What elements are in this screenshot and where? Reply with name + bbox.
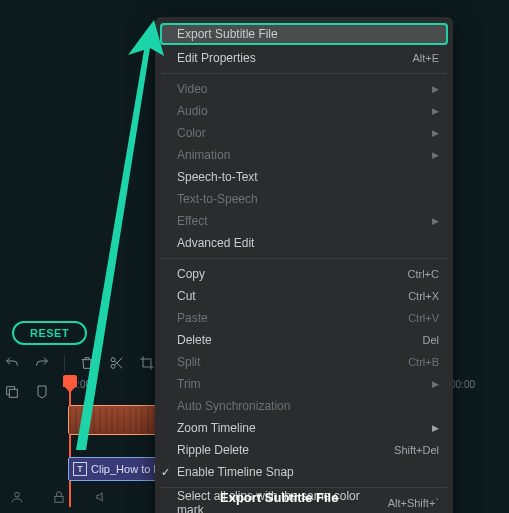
lock-icon[interactable] — [52, 490, 66, 507]
menu-item-animation: Animation▶ — [155, 144, 453, 166]
person-icon[interactable] — [10, 490, 24, 507]
timeline-toolbar-2 — [4, 384, 50, 403]
menu-shortcut: Alt+Shift+` — [388, 497, 439, 509]
chevron-right-icon: ▶ — [432, 379, 439, 389]
scissors-icon[interactable] — [109, 355, 125, 371]
bottom-bar — [0, 490, 108, 507]
menu-label: Delete — [177, 333, 422, 347]
svg-rect-2 — [9, 389, 17, 397]
chevron-right-icon: ▶ — [432, 216, 439, 226]
menu-item-cut[interactable]: CutCtrl+X — [155, 285, 453, 307]
menu-label: Split — [177, 355, 408, 369]
menu-item-color: Color▶ — [155, 122, 453, 144]
menu-item-advanced-edit[interactable]: Advanced Edit — [155, 232, 453, 254]
menu-item-zoom-timeline[interactable]: Zoom Timeline▶ — [155, 417, 453, 439]
svg-rect-4 — [55, 496, 63, 502]
menu-shortcut: Del — [422, 334, 439, 346]
redo-icon[interactable] — [34, 355, 50, 371]
text-icon: T — [73, 462, 87, 476]
menu-item-trim: Trim▶ — [155, 373, 453, 395]
menu-item-audio: Audio▶ — [155, 100, 453, 122]
chevron-right-icon: ▶ — [432, 150, 439, 160]
trash-icon[interactable] — [79, 355, 95, 371]
menu-item-text-to-speech: Text-to-Speech — [155, 188, 453, 210]
menu-separator — [161, 258, 447, 259]
menu-label: Copy — [177, 267, 408, 281]
chevron-right-icon: ▶ — [432, 106, 439, 116]
menu-label: Advanced Edit — [177, 236, 439, 250]
menu-shortcut: Ctrl+B — [408, 356, 439, 368]
menu-item-auto-synchronization: Auto Synchronization — [155, 395, 453, 417]
chevron-right-icon: ▶ — [432, 84, 439, 94]
menu-label: Zoom Timeline — [177, 421, 426, 435]
menu-item-split: SplitCtrl+B — [155, 351, 453, 373]
chevron-right-icon: ▶ — [432, 423, 439, 433]
svg-point-1 — [111, 364, 115, 368]
menu-label: Audio — [177, 104, 426, 118]
menu-item-video: Video▶ — [155, 78, 453, 100]
menu-label: Auto Synchronization — [177, 399, 439, 413]
menu-label: Speech-to-Text — [177, 170, 439, 184]
undo-icon[interactable] — [4, 355, 20, 371]
tooltip: Export Subtitle File — [220, 490, 338, 505]
menu-shortcut: Ctrl+C — [408, 268, 439, 280]
menu-label: Trim — [177, 377, 426, 391]
reset-button[interactable]: RESET — [12, 321, 87, 345]
check-icon: ✓ — [161, 466, 170, 479]
menu-label: Ripple Delete — [177, 443, 394, 457]
menu-label: Effect — [177, 214, 426, 228]
menu-item-edit-properties[interactable]: Edit PropertiesAlt+E — [155, 47, 453, 69]
menu-shortcut: Ctrl+V — [408, 312, 439, 324]
menu-item-paste: PasteCtrl+V — [155, 307, 453, 329]
mute-icon[interactable] — [94, 490, 108, 507]
menu-item-export-subtitle-file[interactable]: Export Subtitle File — [160, 23, 448, 45]
menu-label: Paste — [177, 311, 408, 325]
context-menu: Export Subtitle FileEdit PropertiesAlt+E… — [155, 17, 453, 513]
menu-label: Color — [177, 126, 426, 140]
menu-label: Edit Properties — [177, 51, 412, 65]
menu-label: Cut — [177, 289, 408, 303]
menu-label: Text-to-Speech — [177, 192, 439, 206]
chevron-right-icon: ▶ — [432, 128, 439, 138]
svg-point-3 — [15, 492, 20, 497]
marker-icon[interactable] — [34, 384, 50, 403]
menu-item-copy[interactable]: CopyCtrl+C — [155, 263, 453, 285]
menu-label: Export Subtitle File — [177, 27, 439, 41]
time-tick: 00:00 — [450, 379, 475, 390]
time-tick: 00:00 — [66, 379, 91, 390]
menu-shortcut: Shift+Del — [394, 444, 439, 456]
timeline-toolbar — [4, 355, 155, 371]
menu-separator — [161, 487, 447, 488]
menu-label: Animation — [177, 148, 426, 162]
toolbar-divider — [64, 355, 65, 371]
menu-item-delete[interactable]: DeleteDel — [155, 329, 453, 351]
crop-icon[interactable] — [139, 355, 155, 371]
copy-icon[interactable] — [4, 384, 20, 403]
menu-item-effect: Effect▶ — [155, 210, 453, 232]
menu-item-speech-to-text[interactable]: Speech-to-Text — [155, 166, 453, 188]
menu-shortcut: Ctrl+X — [408, 290, 439, 302]
menu-item-ripple-delete[interactable]: Ripple DeleteShift+Del — [155, 439, 453, 461]
menu-label: Video — [177, 82, 426, 96]
svg-point-0 — [111, 358, 115, 362]
menu-label: Enable Timeline Snap — [177, 465, 439, 479]
menu-shortcut: Alt+E — [412, 52, 439, 64]
menu-item-enable-timeline-snap[interactable]: ✓Enable Timeline Snap — [155, 461, 453, 483]
menu-separator — [161, 73, 447, 74]
text-clip-label: Clip_How to B — [91, 463, 161, 475]
